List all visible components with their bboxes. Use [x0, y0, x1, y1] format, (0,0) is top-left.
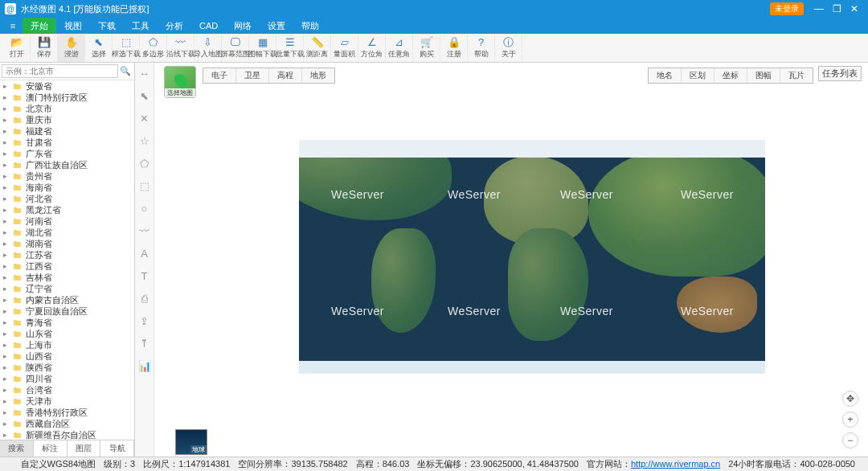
left-tab-导航[interactable]: 导航 [100, 440, 134, 457]
tree-node[interactable]: ▸贵州省 [0, 170, 134, 182]
minimize-button[interactable]: — [810, 3, 828, 14]
side-tool-4[interactable]: ⬠ [137, 156, 152, 170]
expand-icon[interactable]: ▸ [3, 217, 11, 225]
mode-tab-卫星[interactable]: 卫星 [236, 68, 269, 83]
expand-icon[interactable]: ▸ [3, 138, 11, 146]
side-tool-0[interactable]: ↔ [137, 66, 152, 80]
ribbon-浸游[interactable]: ✋浸游 [58, 35, 85, 62]
tree-node[interactable]: ▸台湾省 [0, 384, 134, 395]
task-list-button[interactable]: 任务列表 [818, 66, 862, 81]
ribbon-关于[interactable]: ⓘ关于 [495, 35, 522, 62]
menu-item-3[interactable]: 工具 [124, 18, 158, 34]
tree-node[interactable]: ▸海南省 [0, 182, 134, 193]
expand-icon[interactable]: ▸ [3, 420, 11, 428]
expand-icon[interactable]: ▸ [3, 273, 11, 281]
tree-node[interactable]: ▸香港特别行政区 [0, 407, 134, 418]
tree-node[interactable]: ▸甘肃省 [0, 137, 134, 148]
ribbon-购买[interactable]: 🛒购买 [413, 35, 440, 62]
mode-tab-电子[interactable]: 电子 [203, 68, 236, 83]
zoom-in-button[interactable]: + [842, 412, 858, 428]
tree-node[interactable]: ▸西藏自治区 [0, 418, 134, 429]
pan-button[interactable]: ✥ [842, 391, 858, 407]
ribbon-图幅下载[interactable]: ▦图幅下载 [249, 35, 276, 62]
side-tool-5[interactable]: ⬚ [137, 178, 152, 193]
menu-item-5[interactable]: CAD [191, 18, 226, 34]
expand-icon[interactable]: ▸ [3, 149, 11, 158]
expand-icon[interactable]: ▸ [3, 251, 11, 259]
expand-icon[interactable]: ▸ [3, 285, 11, 293]
tree-node[interactable]: ▸江苏省 [0, 249, 134, 260]
ribbon-框选下载[interactable]: ⬚框选下载 [113, 35, 140, 62]
ribbon-选择[interactable]: ⬉选择 [85, 35, 113, 62]
tree-node[interactable]: ▸北京市 [0, 103, 134, 114]
expand-icon[interactable]: ▸ [3, 206, 11, 214]
left-tab-图层[interactable]: 图层 [68, 440, 101, 457]
ribbon-沿线下载[interactable]: 〰沿线下载 [167, 35, 194, 62]
tree-node[interactable]: ▸广西壮族自治区 [0, 159, 134, 170]
expand-icon[interactable]: ▸ [3, 195, 11, 203]
expand-icon[interactable]: ▸ [3, 330, 11, 338]
side-tool-8[interactable]: A [137, 246, 152, 260]
close-button[interactable]: ✕ [845, 3, 863, 14]
ribbon-屏幕范围[interactable]: 🖵屏幕范围 [222, 35, 249, 62]
ribbon-注册[interactable]: 🔒注册 [440, 35, 468, 62]
left-tab-标注[interactable]: 标注 [34, 440, 68, 457]
tree-node[interactable]: ▸广东省 [0, 148, 134, 159]
expand-icon[interactable]: ▸ [3, 104, 11, 113]
expand-icon[interactable]: ▸ [3, 397, 11, 405]
ribbon-打开[interactable]: 📂打开 [3, 35, 31, 62]
menu-item-8[interactable]: 帮助 [293, 18, 327, 34]
ribbon-多边形[interactable]: ⬠多边形 [140, 35, 167, 62]
tree-node[interactable]: ▸安徽省 [0, 80, 134, 92]
tree-node[interactable]: ▸青海省 [0, 317, 134, 328]
search-icon[interactable]: 🔍 [118, 66, 133, 76]
mode-tab-图幅[interactable]: 图幅 [747, 68, 780, 83]
side-tool-6[interactable]: ○ [137, 201, 152, 215]
menu-item-4[interactable]: 分析 [158, 18, 191, 34]
expand-icon[interactable]: ▸ [3, 93, 11, 101]
expand-icon[interactable]: ▸ [3, 183, 11, 191]
view-thumb-earth[interactable]: 地球 [175, 429, 207, 455]
login-badge[interactable]: 未登录 [770, 2, 804, 15]
expand-icon[interactable]: ▸ [3, 82, 11, 90]
expand-icon[interactable]: ▸ [3, 307, 11, 315]
mode-tab-区划[interactable]: 区划 [682, 68, 714, 83]
ribbon-量面积[interactable]: ▱量面积 [331, 35, 358, 62]
tree-node[interactable]: ▸上海市 [0, 339, 134, 350]
tree-node[interactable]: ▸新疆维吾尔自治区 [0, 429, 134, 440]
menu-item-1[interactable]: 视图 [56, 18, 90, 34]
menu-item-2[interactable]: 下载 [90, 18, 124, 34]
region-tree[interactable]: ▸安徽省▸澳门特别行政区▸北京市▸重庆市▸福建省▸甘肃省▸广东省▸广西壮族自治区… [0, 80, 134, 440]
search-input[interactable] [2, 64, 118, 78]
side-tool-11[interactable]: ⇪ [137, 313, 152, 328]
expand-icon[interactable]: ▸ [3, 363, 11, 371]
menu-item-7[interactable]: 设置 [260, 18, 293, 34]
ribbon-方位角[interactable]: ∠方位角 [358, 35, 386, 62]
site-link[interactable]: http://www.rivermap.cn [631, 459, 720, 469]
ribbon-导入地图[interactable]: ⇩导入地图 [194, 35, 222, 62]
left-tab-搜索[interactable]: 搜索 [0, 440, 34, 457]
ribbon-任意角[interactable]: ⊿任意角 [386, 35, 413, 62]
mode-tab-地名[interactable]: 地名 [649, 68, 682, 83]
maximize-button[interactable]: ❐ [828, 3, 845, 14]
expand-icon[interactable]: ▸ [3, 172, 11, 180]
tree-node[interactable]: ▸湖北省 [0, 227, 134, 238]
tree-node[interactable]: ▸吉林省 [0, 272, 134, 283]
ribbon-帮助[interactable]: ?帮助 [468, 35, 495, 62]
tree-node[interactable]: ▸内蒙古自治区 [0, 294, 134, 305]
tree-node[interactable]: ▸河北省 [0, 193, 134, 204]
ribbon-测距离[interactable]: 📏测距离 [304, 35, 331, 62]
expand-icon[interactable]: ▸ [3, 161, 11, 169]
expand-icon[interactable]: ▸ [3, 127, 11, 135]
expand-icon[interactable]: ▸ [3, 431, 11, 439]
map-source-thumb[interactable]: 选择地图 [164, 66, 196, 98]
side-tool-9[interactable]: T [137, 268, 152, 283]
map-canvas[interactable]: WeServer WeServer WeServer WeServer WeSe… [299, 140, 765, 374]
tree-node[interactable]: ▸澳门特别行政区 [0, 92, 134, 103]
hamburger-icon[interactable]: ≡ [3, 18, 23, 34]
expand-icon[interactable]: ▸ [3, 352, 11, 360]
tree-node[interactable]: ▸宁夏回族自治区 [0, 305, 134, 317]
tree-node[interactable]: ▸福建省 [0, 125, 134, 137]
tree-node[interactable]: ▸山东省 [0, 328, 134, 339]
expand-icon[interactable]: ▸ [3, 262, 11, 270]
